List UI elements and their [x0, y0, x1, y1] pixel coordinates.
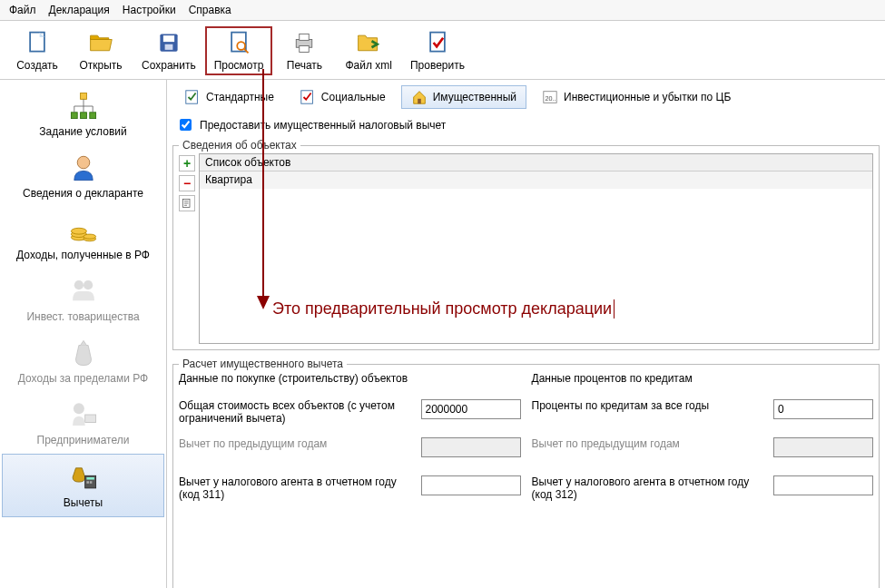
tab-property[interactable]: Имущественный: [401, 85, 526, 109]
svg-rect-37: [418, 99, 421, 103]
svg-rect-14: [80, 113, 86, 119]
save-button[interactable]: Сохранить: [133, 26, 205, 75]
sidebar-deductions-label: Вычеты: [64, 496, 103, 509]
edit-icon: [182, 198, 192, 209]
sidebar-item-income-abroad: Доходы за пределами РФ: [2, 330, 164, 392]
open-label: Открыть: [79, 59, 122, 72]
provide-deduction-row: Предоставить имущественный налоговый выч…: [172, 114, 880, 135]
total-cost-label: Общая стоимость всех объектов (с учетом …: [179, 399, 410, 425]
menubar: Файл Декларация Настройки Справка: [0, 0, 885, 21]
create-button[interactable]: Создать: [5, 26, 69, 75]
sidebar-item-deductions[interactable]: Вычеты: [2, 454, 164, 517]
sidebar-item-conditions[interactable]: Задание условий: [2, 83, 164, 145]
new-file-icon: [25, 30, 50, 55]
prev-years-interest-label: Вычет по предыдущим годам: [532, 437, 763, 450]
sidebar-item-declarant[interactable]: Сведения о декларанте: [2, 145, 164, 207]
svg-point-29: [73, 403, 84, 414]
provide-deduction-checkbox[interactable]: [180, 119, 192, 131]
svg-point-21: [77, 156, 90, 169]
briefcase-person-icon: [68, 399, 99, 430]
svg-rect-3: [163, 35, 174, 42]
calendar-icon: 20..: [542, 89, 558, 105]
tab-social[interactable]: Социальные: [290, 85, 396, 109]
svg-rect-30: [84, 415, 95, 423]
agent-311-input[interactable]: [421, 475, 521, 495]
svg-rect-9: [300, 34, 310, 40]
preview-icon: [226, 30, 251, 55]
tab-social-label: Социальные: [321, 91, 386, 103]
svg-point-27: [74, 280, 83, 289]
tab-standard-label: Стандартные: [206, 91, 274, 103]
purchase-title: Данные по покупке (строительству) объект…: [179, 372, 521, 385]
handshake-icon: [68, 276, 99, 307]
purchase-column: Данные по покупке (строительству) объект…: [179, 372, 521, 514]
objects-header: Список объектов: [200, 154, 872, 172]
create-label: Создать: [16, 59, 58, 72]
edit-object-button[interactable]: [179, 195, 195, 211]
open-folder-icon: [88, 30, 113, 55]
annotation-text: Это предварительный просмотр декларации: [272, 299, 615, 318]
object-row[interactable]: Квартира: [200, 172, 872, 189]
print-label: Печать: [287, 59, 322, 72]
agent-311-label: Вычет у налогового агента в отчетном год…: [179, 475, 410, 501]
tab-standard[interactable]: Стандартные: [174, 85, 284, 109]
prev-years-purchase-input: [421, 437, 521, 457]
svg-rect-4: [164, 44, 172, 50]
agent-312-input[interactable]: [773, 475, 873, 495]
svg-rect-12: [80, 93, 86, 100]
tab-invest[interactable]: 20.. Инвестиционные и убытки по ЦБ: [532, 85, 741, 109]
menu-settings[interactable]: Настройки: [123, 4, 176, 16]
menu-help[interactable]: Справка: [189, 4, 231, 16]
xml-file-icon: [356, 30, 381, 55]
remove-object-button[interactable]: −: [179, 175, 195, 191]
preview-label: Просмотр: [214, 59, 264, 72]
interest-title: Данные процентов по кредитам: [532, 372, 874, 385]
file-xml-button[interactable]: Файл xml: [336, 26, 401, 75]
svg-point-24: [71, 228, 86, 234]
sidebar-item-invest-partnerships: Инвест. товарищества: [2, 269, 164, 330]
svg-rect-13: [71, 113, 77, 119]
tab-property-label: Имущественный: [433, 91, 516, 103]
credit-interest-input[interactable]: [773, 399, 873, 419]
total-cost-input[interactable]: [421, 399, 521, 419]
person-icon: [68, 152, 99, 183]
objects-toolbar: + −: [179, 153, 195, 344]
print-button[interactable]: Печать: [272, 26, 336, 75]
save-icon: [156, 30, 182, 55]
svg-rect-36: [301, 91, 313, 103]
svg-rect-32: [86, 477, 94, 480]
agent-312-label: Вычет у налогового агента в отчетном год…: [532, 475, 763, 501]
check-icon: [425, 30, 450, 55]
money-bag-icon: [68, 338, 99, 368]
provide-deduction-label: Предоставить имущественный налоговый выч…: [200, 119, 446, 132]
svg-point-28: [84, 280, 93, 289]
preview-button[interactable]: Просмотр: [205, 26, 273, 75]
deduction-tabs: Стандартные Социальные Имущественный 20.…: [172, 83, 880, 111]
credit-interest-label: Проценты по кредитам за все годы: [532, 399, 763, 412]
svg-rect-10: [300, 46, 310, 53]
conditions-icon: [68, 91, 99, 122]
sidebar-item-entrepreneurs: Предприниматели: [2, 392, 164, 454]
toolbar: Создать Открыть Сохранить Просмотр Печат…: [0, 21, 885, 80]
svg-point-26: [84, 234, 96, 239]
add-object-button[interactable]: +: [179, 155, 195, 172]
house-icon: [411, 89, 428, 105]
calc-legend: Расчет имущественного вычета: [179, 358, 347, 370]
sidebar-income-rf-label: Доходы, полученные в РФ: [16, 249, 150, 261]
svg-text:20..: 20..: [546, 94, 556, 103]
content: Стандартные Социальные Имущественный 20.…: [167, 80, 885, 588]
sidebar-item-income-rf[interactable]: Доходы, полученные в РФ: [2, 207, 164, 269]
check-button[interactable]: Проверить: [401, 26, 474, 75]
coins-icon: [68, 214, 99, 245]
prev-years-purchase-label: Вычет по предыдущим годам: [179, 437, 410, 450]
open-button[interactable]: Открыть: [69, 26, 133, 75]
sidebar-conditions-label: Задание условий: [39, 125, 126, 138]
menu-declaration[interactable]: Декларация: [49, 4, 110, 16]
sidebar-entrepreneurs-label: Предприниматели: [37, 434, 130, 446]
print-icon: [291, 30, 317, 55]
menu-file[interactable]: Файл: [9, 4, 36, 16]
prev-years-interest-input: [773, 437, 873, 457]
svg-rect-34: [89, 481, 92, 484]
sidebar-income-abroad-label: Доходы за пределами РФ: [18, 372, 148, 385]
sidebar-declarant-label: Сведения о декларанте: [23, 187, 143, 200]
